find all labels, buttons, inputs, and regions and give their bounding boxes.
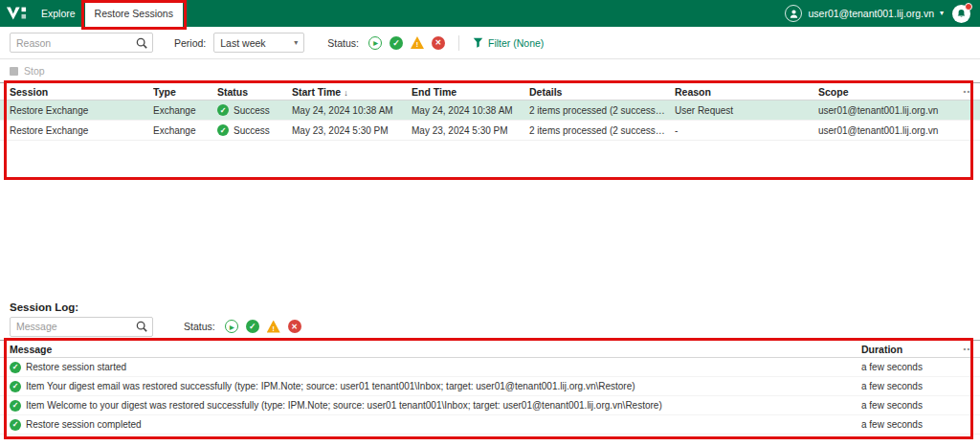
user-avatar-icon: [785, 5, 802, 22]
column-header-scope[interactable]: Scope: [818, 86, 955, 98]
cell-message: ✓Item Your digest email was restored suc…: [10, 381, 861, 392]
filter-status-failed-icon[interactable]: ✕: [432, 36, 445, 50]
success-icon: ✓: [217, 104, 229, 116]
cell-session: Restore Exchange: [10, 125, 153, 136]
tab-restore-sessions[interactable]: Restore Sessions: [85, 0, 183, 27]
column-header-end-time[interactable]: End Time: [412, 86, 529, 98]
stop-button[interactable]: Stop: [0, 59, 980, 82]
sessions-table-header: Session Type Status Start Time↓ End Time…: [0, 82, 980, 100]
session-log-header: Message Duration •••: [0, 340, 980, 358]
status-label: Status:: [327, 37, 359, 49]
log-row[interactable]: ✓Item Your digest email was restored suc…: [0, 377, 980, 396]
success-icon: ✓: [10, 400, 21, 412]
column-header-start-time-label: Start Time: [292, 86, 341, 98]
cell-end-time: May 23, 2024 5:30 PM: [412, 125, 529, 136]
success-icon: ✓: [10, 362, 21, 373]
divider: [458, 35, 459, 51]
message-text: Item Welcome to your digest was restored…: [26, 400, 662, 411]
chevron-down-icon: ▾: [940, 10, 944, 17]
cell-scope: user01@tenant001.lij.org.vn: [818, 125, 955, 136]
log-status-filter-icons: ▶ ✓ ! ✕: [225, 320, 301, 333]
funnel-icon: [473, 37, 483, 48]
cell-message: ✓Item Welcome to your digest was restore…: [10, 400, 861, 412]
search-icon[interactable]: [131, 321, 152, 332]
session-log-body: ✓Restore session started a few seconds ✓…: [0, 358, 980, 435]
session-log-title: Session Log:: [0, 292, 980, 313]
session-log-filter-bar: Status: ▶ ✓ ! ✕: [0, 313, 980, 340]
success-icon: ✓: [10, 381, 21, 392]
column-header-message[interactable]: Message: [10, 344, 861, 355]
column-header-duration[interactable]: Duration: [861, 344, 955, 355]
session-row[interactable]: Restore Exchange Exchange ✓Success May 2…: [0, 121, 980, 141]
status-filter-icons: ▶ ✓ ! ✕: [368, 36, 445, 50]
column-options-icon[interactable]: •••: [955, 87, 980, 96]
search-icon[interactable]: [131, 37, 152, 49]
cell-duration: a few seconds: [861, 400, 955, 411]
notifications-button[interactable]: [952, 5, 970, 23]
filter-status-warning-icon[interactable]: !: [411, 36, 424, 49]
cell-scope: user01@tenant001.lij.org.vn: [818, 105, 955, 116]
filter-status-running-icon[interactable]: ▶: [368, 36, 382, 50]
stop-button-label: Stop: [24, 65, 45, 77]
empty-area: [0, 141, 980, 292]
column-header-type[interactable]: Type: [153, 86, 217, 98]
cell-type: Exchange: [153, 105, 217, 116]
tab-restore-sessions-label: Restore Sessions: [95, 8, 173, 19]
log-row[interactable]: ✓Restore session started a few seconds: [0, 358, 980, 377]
cell-type: Exchange: [153, 125, 217, 136]
column-header-session[interactable]: Session: [10, 86, 153, 98]
notification-badge: [965, 3, 972, 11]
chevron-down-icon: ▾: [294, 38, 298, 47]
message-text: Item Your digest email was restored succ…: [26, 381, 635, 391]
cell-reason: User Request: [675, 105, 818, 116]
cell-status: ✓Success: [217, 124, 292, 136]
cell-duration: a few seconds: [861, 381, 955, 391]
cell-details: 2 items processed (2 successes): [529, 125, 675, 136]
filter-button[interactable]: Filter (None): [473, 37, 544, 49]
bell-icon: [956, 9, 967, 19]
column-header-reason[interactable]: Reason: [675, 86, 818, 98]
app-logo-icon[interactable]: [0, 0, 32, 27]
log-filter-status-failed-icon[interactable]: ✕: [288, 320, 301, 333]
message-search-box: [10, 317, 153, 337]
cell-details: 2 items processed (2 successes): [529, 105, 675, 116]
log-column-options-icon[interactable]: •••: [955, 345, 980, 353]
message-search-input[interactable]: [11, 321, 131, 332]
tab-explore[interactable]: Explore: [32, 0, 85, 27]
period-value: Last week: [220, 37, 265, 49]
sessions-table-body: Restore Exchange Exchange ✓Success May 2…: [0, 100, 980, 141]
cell-message: ✓Restore session completed: [10, 419, 861, 431]
filter-status-success-icon[interactable]: ✓: [390, 36, 403, 50]
log-filter-status-running-icon[interactable]: ▶: [225, 320, 238, 333]
sessions-filter-bar: Period: Last week ▾ Status: ▶ ✓ ! ✕ Filt…: [0, 27, 980, 59]
success-icon: ✓: [10, 419, 21, 431]
sort-desc-icon: ↓: [344, 88, 348, 98]
column-header-details[interactable]: Details: [529, 86, 675, 98]
reason-search-input[interactable]: [11, 37, 131, 49]
log-row[interactable]: ✓Restore session completed a few seconds: [0, 415, 980, 435]
success-icon: ✓: [217, 124, 229, 136]
column-header-start-time[interactable]: Start Time↓: [292, 86, 412, 98]
cell-reason: -: [675, 125, 818, 136]
log-filter-status-warning-icon[interactable]: !: [267, 321, 280, 333]
stop-icon: [10, 67, 18, 76]
filter-link-label: Filter (None): [488, 37, 544, 49]
user-menu[interactable]: user01@tenant001.lij.org.vn ▾: [785, 5, 944, 22]
period-select[interactable]: Last week ▾: [213, 33, 304, 53]
message-text: Restore session started: [26, 362, 126, 372]
cell-start-time: May 24, 2024 10:38 AM: [292, 105, 412, 116]
status-text: Success: [234, 125, 270, 136]
period-label: Period:: [174, 37, 206, 49]
session-row[interactable]: Restore Exchange Exchange ✓Success May 2…: [0, 100, 980, 121]
app-header: Explore Restore Sessions user01@tenant00…: [0, 0, 980, 27]
cell-duration: a few seconds: [861, 362, 955, 372]
cell-session: Restore Exchange: [10, 105, 153, 116]
log-row[interactable]: ✓Item Welcome to your digest was restore…: [0, 396, 980, 415]
cell-status: ✓Success: [217, 104, 292, 116]
log-filter-status-success-icon[interactable]: ✓: [246, 320, 259, 333]
cell-message: ✓Restore session started: [10, 362, 861, 373]
cell-duration: a few seconds: [861, 419, 955, 430]
user-email: user01@tenant001.lij.org.vn: [808, 8, 934, 19]
message-text: Restore session completed: [26, 419, 142, 430]
column-header-status[interactable]: Status: [217, 86, 292, 98]
